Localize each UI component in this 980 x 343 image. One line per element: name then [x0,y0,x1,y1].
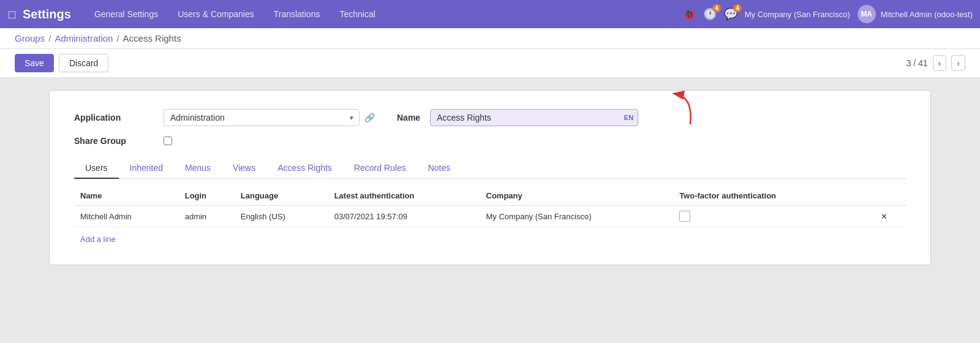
tab-views[interactable]: Views [222,158,266,179]
discard-button[interactable]: Discard [59,54,108,72]
col-tfa: Two-factor authentication [673,186,875,206]
application-row: Application Administration ▼ 🔗 Name EN [74,109,906,126]
add-line-button[interactable]: Add a line [74,232,122,246]
breadcrumb: Groups / Administration / Access Rights [0,28,980,49]
tabs-row: Users Inherited Menus Views Access Right… [74,158,906,179]
next-record-button[interactable]: › [951,55,965,71]
breadcrumb-administration[interactable]: Administration [55,33,113,43]
name-label: Name [397,113,420,123]
tab-users[interactable]: Users [74,158,119,179]
topnav: ◻ Settings General Settings Users & Comp… [0,0,980,28]
topnav-menu: General Settings Users & Companies Trans… [86,6,682,23]
row-delete[interactable]: ✕ [875,206,906,227]
avatar: MA [858,5,876,23]
user-name: Mitchell Admin (odoo-test) [881,10,973,19]
form-card: Application Administration ▼ 🔗 Name EN [49,90,931,265]
toolbar: Save Discard 3 / 41 ‹ › [0,49,980,78]
tfa-checkbox[interactable] [679,211,690,222]
application-label: Application [74,113,154,123]
row-name: Mitchell Admin [74,206,179,227]
nav-users-companies[interactable]: Users & Companies [169,6,263,23]
save-button[interactable]: Save [15,54,54,72]
breadcrumb-access-rights: Access Rights [123,33,181,43]
topnav-right: 🐞 🕐 4 💬 4 My Company (San Francisco) MA … [682,5,973,23]
col-language: Language [235,186,328,206]
delete-row-icon[interactable]: ✕ [881,212,888,221]
tab-inherited[interactable]: Inherited [119,158,174,179]
row-company: My Company (San Francisco) [480,206,674,227]
share-group-checkbox[interactable] [164,137,172,145]
row-latest-auth: 03/07/2021 19:57:09 [328,206,480,227]
user-menu[interactable]: MA Mitchell Admin (odoo-test) [858,5,973,23]
bug-icon: 🐞 [682,8,696,20]
lang-badge: EN [624,114,633,121]
chat-icon-btn[interactable]: 💬 4 [724,7,737,21]
nav-translations[interactable]: Translations [265,6,329,23]
prev-record-button[interactable]: ‹ [933,55,947,71]
pagination-text: 3 / 41 [907,58,928,68]
tab-access-rights[interactable]: Access Rights [266,158,343,179]
row-language: English (US) [235,206,328,227]
col-actions [875,186,906,206]
toolbar-actions: Save Discard [15,54,108,72]
application-select-wrapper: Administration ▼ 🔗 [164,109,375,126]
nav-technical[interactable]: Technical [331,6,383,23]
toolbar-pagination: 3 / 41 ‹ › [907,55,965,71]
main-content: Application Administration ▼ 🔗 Name EN [0,78,980,277]
tab-record-rules[interactable]: Record Rules [343,158,417,179]
nav-general-settings[interactable]: General Settings [86,6,167,23]
name-input[interactable] [430,109,638,126]
col-latest-auth: Latest authentication [328,186,480,206]
users-table: Name Login Language Latest authenticatio… [74,186,906,227]
breadcrumb-sep1: / [48,33,51,43]
chat-badge: 4 [733,4,742,12]
calendar-badge: 4 [712,4,721,12]
col-company: Company [480,186,674,206]
name-field-wrapper: EN [430,109,638,126]
bug-icon-btn[interactable]: 🐞 [682,7,696,21]
breadcrumb-groups[interactable]: Groups [15,33,45,43]
external-link-icon[interactable]: 🔗 [364,113,375,123]
table-row: Mitchell Admin admin English (US) 03/07/… [74,206,906,227]
share-group-row: Share Group [74,136,906,146]
company-name[interactable]: My Company (San Francisco) [745,10,850,19]
app-brand: Settings [23,7,71,21]
row-tfa [673,206,875,227]
row-login: admin [179,206,235,227]
tab-notes[interactable]: Notes [417,158,462,179]
application-select[interactable]: Administration [164,109,360,126]
tab-menus[interactable]: Menus [174,158,222,179]
col-login: Login [179,186,235,206]
red-arrow-indicator [650,91,699,127]
calendar-icon-btn[interactable]: 🕐 4 [703,7,717,21]
share-group-label: Share Group [74,136,154,146]
col-name: Name [74,186,179,206]
breadcrumb-sep2: / [116,33,119,43]
grid-icon[interactable]: ◻ [7,7,17,21]
